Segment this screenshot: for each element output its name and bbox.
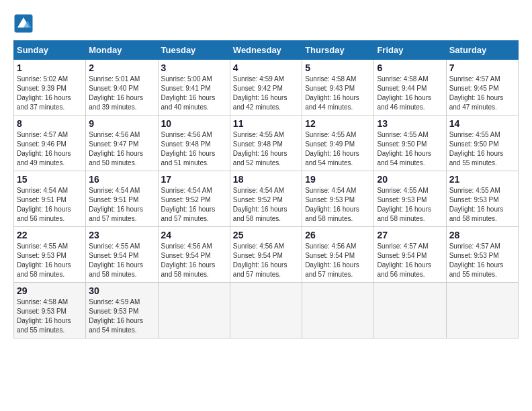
day-of-week-header: Wednesday	[230, 41, 302, 60]
day-info: Sunrise: 4:54 AM Sunset: 9:51 PM Dayligh…	[89, 186, 154, 224]
calendar-day-cell: 22Sunrise: 4:55 AM Sunset: 9:53 PM Dayli…	[14, 227, 86, 283]
day-number: 20	[377, 174, 443, 185]
calendar-day-cell: 10Sunrise: 4:56 AM Sunset: 9:48 PM Dayli…	[158, 116, 230, 171]
calendar-week-row: 29Sunrise: 4:58 AM Sunset: 9:53 PM Dayli…	[14, 283, 519, 338]
day-number: 24	[161, 230, 227, 240]
calendar-day-cell: 1Sunrise: 5:02 AM Sunset: 9:39 PM Daylig…	[14, 60, 86, 116]
calendar-day-cell: 21Sunrise: 4:55 AM Sunset: 9:53 PM Dayli…	[446, 171, 518, 227]
day-of-week-header: Sunday	[14, 41, 86, 60]
calendar-day-cell: 3Sunrise: 5:00 AM Sunset: 9:41 PM Daylig…	[158, 60, 230, 116]
day-number: 22	[17, 230, 83, 240]
day-number: 9	[89, 118, 154, 129]
calendar-day-cell: 4Sunrise: 4:59 AM Sunset: 9:42 PM Daylig…	[230, 60, 302, 116]
calendar-day-cell: 6Sunrise: 4:58 AM Sunset: 9:44 PM Daylig…	[374, 60, 446, 116]
calendar-week-row: 1Sunrise: 5:02 AM Sunset: 9:39 PM Daylig…	[14, 60, 519, 116]
day-number: 30	[89, 285, 154, 296]
calendar-day-cell: 18Sunrise: 4:54 AM Sunset: 9:52 PM Dayli…	[230, 171, 302, 227]
calendar-day-cell: 8Sunrise: 4:57 AM Sunset: 9:46 PM Daylig…	[14, 116, 86, 171]
day-number: 26	[305, 230, 371, 240]
calendar-day-cell: 24Sunrise: 4:56 AM Sunset: 9:54 PM Dayli…	[158, 227, 230, 283]
calendar-day-cell: 19Sunrise: 4:54 AM Sunset: 9:53 PM Dayli…	[302, 171, 374, 227]
calendar-week-row: 15Sunrise: 4:54 AM Sunset: 9:51 PM Dayli…	[14, 171, 519, 227]
day-number: 19	[305, 174, 371, 185]
day-number: 29	[17, 285, 83, 296]
calendar-day-cell: 20Sunrise: 4:55 AM Sunset: 9:53 PM Dayli…	[374, 171, 446, 227]
calendar-day-cell: 5Sunrise: 4:58 AM Sunset: 9:43 PM Daylig…	[302, 60, 374, 116]
calendar-day-cell: 7Sunrise: 4:57 AM Sunset: 9:45 PM Daylig…	[446, 60, 518, 116]
calendar-day-cell	[446, 283, 518, 338]
calendar-day-cell: 26Sunrise: 4:56 AM Sunset: 9:54 PM Dayli…	[302, 227, 374, 283]
calendar-week-row: 8Sunrise: 4:57 AM Sunset: 9:46 PM Daylig…	[14, 116, 519, 171]
calendar-day-cell: 11Sunrise: 4:55 AM Sunset: 9:48 PM Dayli…	[230, 116, 302, 171]
day-number: 10	[161, 118, 227, 129]
calendar-day-cell: 30Sunrise: 4:59 AM Sunset: 9:53 PM Dayli…	[86, 283, 158, 338]
day-info: Sunrise: 5:01 AM Sunset: 9:40 PM Dayligh…	[89, 75, 154, 112]
day-info: Sunrise: 4:56 AM Sunset: 9:47 PM Dayligh…	[89, 130, 154, 168]
day-info: Sunrise: 4:56 AM Sunset: 9:48 PM Dayligh…	[161, 130, 227, 168]
day-info: Sunrise: 4:57 AM Sunset: 9:46 PM Dayligh…	[17, 130, 83, 168]
calendar-table: SundayMondayTuesdayWednesdayThursdayFrid…	[13, 40, 519, 338]
day-of-week-header: Thursday	[302, 41, 374, 60]
calendar-day-cell: 14Sunrise: 4:55 AM Sunset: 9:50 PM Dayli…	[446, 116, 518, 171]
day-info: Sunrise: 4:56 AM Sunset: 9:54 PM Dayligh…	[305, 242, 371, 279]
day-number: 7	[449, 62, 515, 73]
day-number: 16	[89, 174, 154, 185]
day-of-week-header: Saturday	[446, 41, 518, 60]
day-info: Sunrise: 4:54 AM Sunset: 9:52 PM Dayligh…	[161, 186, 227, 224]
day-info: Sunrise: 4:58 AM Sunset: 9:44 PM Dayligh…	[377, 75, 443, 112]
day-info: Sunrise: 4:57 AM Sunset: 9:53 PM Dayligh…	[449, 242, 515, 279]
day-number: 8	[17, 118, 83, 129]
calendar-day-cell: 9Sunrise: 4:56 AM Sunset: 9:47 PM Daylig…	[86, 116, 158, 171]
day-info: Sunrise: 4:59 AM Sunset: 9:42 PM Dayligh…	[233, 75, 299, 112]
calendar-header-row: SundayMondayTuesdayWednesdayThursdayFrid…	[14, 41, 519, 60]
day-number: 1	[17, 62, 83, 73]
logo	[13, 13, 36, 34]
day-number: 11	[233, 118, 299, 129]
calendar-day-cell: 27Sunrise: 4:57 AM Sunset: 9:54 PM Dayli…	[374, 227, 446, 283]
calendar-day-cell: 29Sunrise: 4:58 AM Sunset: 9:53 PM Dayli…	[14, 283, 86, 338]
day-number: 28	[449, 230, 515, 240]
day-number: 6	[377, 62, 443, 73]
day-info: Sunrise: 4:54 AM Sunset: 9:51 PM Dayligh…	[17, 186, 83, 224]
day-info: Sunrise: 4:55 AM Sunset: 9:53 PM Dayligh…	[377, 186, 443, 224]
day-number: 21	[449, 174, 515, 185]
day-info: Sunrise: 5:00 AM Sunset: 9:41 PM Dayligh…	[161, 75, 227, 112]
day-number: 15	[17, 174, 83, 185]
day-info: Sunrise: 4:58 AM Sunset: 9:53 PM Dayligh…	[17, 298, 83, 335]
day-info: Sunrise: 4:56 AM Sunset: 9:54 PM Dayligh…	[161, 242, 227, 279]
day-info: Sunrise: 4:59 AM Sunset: 9:53 PM Dayligh…	[89, 298, 154, 335]
day-number: 25	[233, 230, 299, 240]
day-number: 17	[161, 174, 227, 185]
day-info: Sunrise: 4:55 AM Sunset: 9:53 PM Dayligh…	[17, 242, 83, 279]
day-of-week-header: Tuesday	[158, 41, 230, 60]
day-number: 18	[233, 174, 299, 185]
day-info: Sunrise: 4:54 AM Sunset: 9:52 PM Dayligh…	[233, 186, 299, 224]
day-info: Sunrise: 4:55 AM Sunset: 9:50 PM Dayligh…	[449, 130, 515, 168]
day-number: 27	[377, 230, 443, 240]
calendar-day-cell: 15Sunrise: 4:54 AM Sunset: 9:51 PM Dayli…	[14, 171, 86, 227]
day-info: Sunrise: 4:57 AM Sunset: 9:54 PM Dayligh…	[377, 242, 443, 279]
day-number: 4	[233, 62, 299, 73]
day-number: 3	[161, 62, 227, 73]
day-info: Sunrise: 4:55 AM Sunset: 9:50 PM Dayligh…	[377, 130, 443, 168]
day-info: Sunrise: 4:55 AM Sunset: 9:54 PM Dayligh…	[89, 242, 154, 279]
calendar-day-cell	[374, 283, 446, 338]
day-number: 5	[305, 62, 371, 73]
calendar-day-cell	[230, 283, 302, 338]
logo-icon	[13, 13, 34, 34]
day-number: 12	[305, 118, 371, 129]
calendar-day-cell: 13Sunrise: 4:55 AM Sunset: 9:50 PM Dayli…	[374, 116, 446, 171]
day-info: Sunrise: 4:55 AM Sunset: 9:48 PM Dayligh…	[233, 130, 299, 168]
day-info: Sunrise: 5:02 AM Sunset: 9:39 PM Dayligh…	[17, 75, 83, 112]
day-info: Sunrise: 4:54 AM Sunset: 9:53 PM Dayligh…	[305, 186, 371, 224]
day-number: 23	[89, 230, 154, 240]
day-info: Sunrise: 4:55 AM Sunset: 9:53 PM Dayligh…	[449, 186, 515, 224]
calendar-day-cell	[158, 283, 230, 338]
calendar-day-cell: 2Sunrise: 5:01 AM Sunset: 9:40 PM Daylig…	[86, 60, 158, 116]
day-number: 14	[449, 118, 515, 129]
calendar-day-cell: 28Sunrise: 4:57 AM Sunset: 9:53 PM Dayli…	[446, 227, 518, 283]
calendar-day-cell: 12Sunrise: 4:55 AM Sunset: 9:49 PM Dayli…	[302, 116, 374, 171]
calendar-week-row: 22Sunrise: 4:55 AM Sunset: 9:53 PM Dayli…	[14, 227, 519, 283]
header	[13, 13, 519, 34]
day-number: 13	[377, 118, 443, 129]
